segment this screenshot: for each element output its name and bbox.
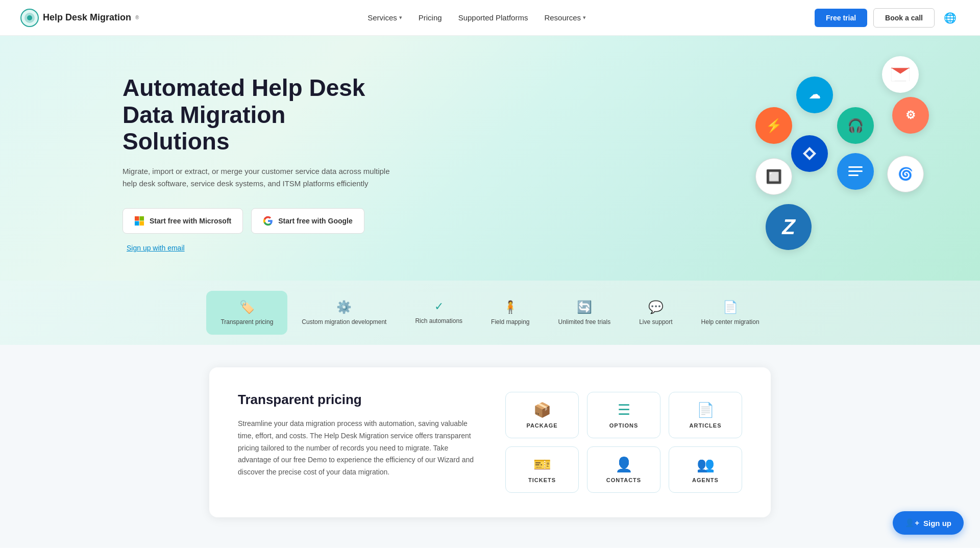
tickets-icon: 🎫 — [533, 456, 551, 473]
hero-subtitle: Migrate, import or extract, or merge you… — [122, 165, 398, 190]
pricing-section: Transparent pricing Streamline your data… — [209, 367, 771, 517]
options-icon: ☰ — [618, 402, 630, 418]
svg-rect-4 — [139, 216, 144, 221]
hubspot-icon: ⚙ — [892, 97, 929, 134]
zendesk-icon: Z — [766, 204, 812, 250]
feature-unlimited-trials[interactable]: 🔄 Unlimited free trials — [544, 291, 625, 335]
chat-icon: 💬 — [648, 300, 664, 314]
hero-buttons: Start free with Microsoft Start free wit… — [122, 208, 398, 234]
check-icon: ✓ — [434, 300, 444, 313]
pricing-articles-card[interactable]: 📄 ARTICLES — [669, 392, 742, 438]
person-add-icon: 👤+ — [905, 518, 919, 528]
svg-rect-8 — [848, 170, 863, 172]
start-microsoft-button[interactable]: Start free with Microsoft — [122, 208, 243, 234]
chevron-down-icon: ▾ — [583, 14, 586, 21]
pricing-icons-grid: 📦 PACKAGE ☰ OPTIONS 📄 ARTICLES 🎫 TICKETS… — [505, 392, 742, 493]
gear-icon: ⚙️ — [336, 300, 352, 314]
chevron-down-icon: ▾ — [399, 14, 402, 21]
feature-transparent-pricing[interactable]: 🏷️ Transparent pricing — [206, 291, 287, 335]
pricing-contacts-card[interactable]: 👤 CONTACTS — [587, 446, 660, 493]
document-icon: 📄 — [723, 300, 738, 314]
logo[interactable]: Help Desk Migration ® — [20, 9, 139, 27]
headphone-icon: 🎧 — [837, 107, 874, 144]
pricing-description: Streamline your data migration process w… — [238, 418, 475, 479]
hero-section: Automated Help Desk Data Migration Solut… — [0, 36, 980, 281]
intercom-icon — [837, 153, 874, 190]
pricing-tickets-card[interactable]: 🎫 TICKETS — [505, 446, 579, 493]
nav-resources[interactable]: Resources ▾ — [544, 13, 586, 22]
pricing-title: Transparent pricing — [238, 392, 475, 408]
feature-custom-migration[interactable]: ⚙️ Custom migration development — [287, 291, 401, 335]
freshdesk-icon: 🌀 — [887, 156, 924, 192]
microsoft-logo-icon — [134, 216, 144, 226]
logo-text: Help Desk Migration — [43, 12, 131, 23]
feature-help-center[interactable]: 📄 Help center migration — [687, 291, 774, 335]
helpscout-icon: 🔲 — [755, 158, 792, 195]
gmail-icon — [882, 56, 919, 93]
google-logo-icon — [263, 216, 273, 226]
language-button[interactable]: 🌐 — [941, 9, 960, 27]
svg-rect-6 — [139, 221, 144, 226]
pricing-package-card[interactable]: 📦 PACKAGE — [505, 392, 579, 438]
book-call-button[interactable]: Book a call — [873, 8, 935, 28]
jira-icon — [791, 135, 828, 172]
navbar-actions: Free trial Book a call 🌐 — [815, 8, 960, 28]
package-icon: 📦 — [533, 402, 551, 418]
platform-icons: ☁ ⚡ 🎧 ⚙ 🔲 — [755, 56, 929, 250]
pricing-options-card[interactable]: ☰ OPTIONS — [587, 392, 660, 438]
refresh-icon: 🔄 — [577, 300, 592, 314]
svg-rect-5 — [135, 221, 139, 226]
person-icon: 🧍 — [503, 300, 518, 314]
svg-rect-3 — [135, 216, 139, 221]
feature-rich-automations[interactable]: ✓ Rich automations — [401, 291, 477, 335]
svg-rect-7 — [848, 166, 863, 168]
hero-text-block: Automated Help Desk Data Migration Solut… — [122, 74, 398, 253]
tag-icon: 🏷️ — [239, 300, 255, 314]
start-google-button[interactable]: Start free with Google — [251, 208, 364, 234]
signup-fab-button[interactable]: 👤+ Sign up — [893, 511, 964, 535]
pricing-agents-card[interactable]: 👥 AGENTS — [669, 446, 742, 493]
logo-trademark: ® — [135, 15, 139, 20]
nav-supported-platforms[interactable]: Supported Platforms — [458, 13, 528, 22]
bolt-icon: ⚡ — [755, 107, 792, 144]
feature-field-mapping[interactable]: 🧍 Field mapping — [477, 291, 544, 335]
free-trial-button[interactable]: Free trial — [815, 9, 867, 27]
nav-menu: Services ▾ Pricing Supported Platforms R… — [368, 13, 586, 22]
hero-title: Automated Help Desk Data Migration Solut… — [122, 74, 398, 156]
contacts-icon: 👤 — [615, 456, 633, 473]
agents-icon: 👥 — [697, 456, 715, 473]
nav-services[interactable]: Services ▾ — [368, 13, 402, 22]
feature-live-support[interactable]: 💬 Live support — [625, 291, 687, 335]
navbar: Help Desk Migration ® Services ▾ Pricing… — [0, 0, 980, 36]
signup-email-link[interactable]: Sign up with email — [127, 244, 398, 252]
svg-point-2 — [27, 15, 32, 20]
svg-rect-9 — [848, 174, 859, 176]
pricing-text: Transparent pricing Streamline your data… — [238, 392, 475, 479]
features-bar: 🏷️ Transparent pricing ⚙️ Custom migrati… — [0, 281, 980, 345]
nav-pricing[interactable]: Pricing — [419, 13, 442, 22]
logo-icon — [20, 9, 39, 27]
salesforce-icon: ☁ — [796, 77, 833, 113]
articles-icon: 📄 — [697, 402, 715, 418]
